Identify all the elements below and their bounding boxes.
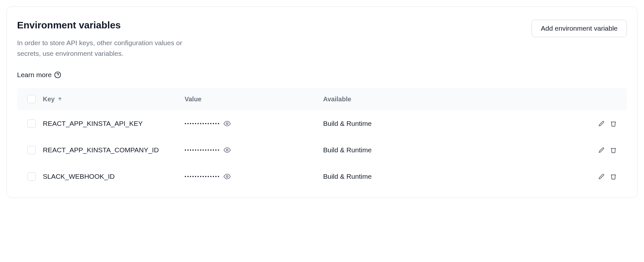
help-circle-icon [54, 71, 61, 78]
pencil-icon [599, 121, 604, 126]
learn-more-label: Learn more [17, 71, 52, 79]
row-value-cell: •••••••••••••• [185, 146, 323, 154]
row-available-cell: Build & Runtime [323, 146, 591, 154]
edit-button[interactable] [599, 147, 604, 153]
available-column-label: Available [323, 96, 351, 103]
svg-point-5 [226, 176, 228, 177]
table-row: SLACK_WEBHOOK_ID •••••••••••••• Build & … [17, 163, 627, 190]
sort-ascending-icon [57, 96, 62, 102]
value-column-header: Value [185, 96, 323, 103]
delete-button[interactable] [610, 120, 617, 127]
row-check-cell [27, 172, 43, 181]
row-available-cell: Build & Runtime [323, 173, 591, 180]
row-key-cell: REACT_APP_KINSTA_API_KEY [43, 120, 185, 127]
select-all-column [27, 95, 43, 103]
env-value-masked: •••••••••••••• [185, 121, 220, 126]
edit-button[interactable] [599, 174, 604, 179]
page-title: Environment variables [17, 20, 197, 31]
env-key: SLACK_WEBHOOK_ID [43, 173, 115, 180]
row-actions-cell [591, 173, 617, 180]
select-all-checkbox[interactable] [27, 95, 36, 103]
available-column-header: Available [323, 96, 591, 103]
eye-icon [224, 120, 231, 127]
row-actions-cell [591, 120, 617, 127]
delete-button[interactable] [610, 173, 617, 180]
env-key: REACT_APP_KINSTA_COMPANY_ID [43, 146, 159, 154]
svg-point-4 [226, 149, 228, 151]
row-key-cell: REACT_APP_KINSTA_COMPANY_ID [43, 146, 185, 154]
key-column-label: Key [43, 96, 55, 103]
eye-icon [224, 173, 231, 180]
header-left: Environment variables In order to store … [17, 20, 197, 59]
reveal-value-button[interactable] [224, 173, 231, 180]
edit-button[interactable] [599, 121, 604, 126]
row-value-cell: •••••••••••••• [185, 120, 323, 127]
row-actions-cell [591, 147, 617, 153]
row-check-cell [27, 119, 43, 128]
table-row: REACT_APP_KINSTA_COMPANY_ID ••••••••••••… [17, 137, 627, 163]
svg-point-3 [226, 123, 228, 125]
learn-more-link[interactable]: Learn more [17, 71, 61, 79]
value-column-label: Value [185, 96, 201, 103]
trash-icon [610, 120, 617, 127]
env-value-masked: •••••••••••••• [185, 147, 220, 153]
row-checkbox[interactable] [27, 119, 36, 128]
table-header-row: Key Value Available [17, 88, 627, 110]
row-check-cell [27, 146, 43, 154]
row-available-cell: Build & Runtime [323, 120, 591, 127]
eye-icon [224, 146, 231, 154]
row-checkbox[interactable] [27, 172, 36, 181]
row-value-cell: •••••••••••••• [185, 173, 323, 180]
env-variables-card: Environment variables In order to store … [6, 6, 638, 198]
row-checkbox[interactable] [27, 146, 36, 154]
reveal-value-button[interactable] [224, 120, 231, 127]
page-description: In order to store API keys, other config… [17, 38, 197, 59]
table-row: REACT_APP_KINSTA_API_KEY •••••••••••••• … [17, 110, 627, 137]
env-available: Build & Runtime [323, 146, 372, 154]
pencil-icon [599, 147, 604, 153]
add-environment-variable-button[interactable]: Add environment variable [532, 20, 627, 37]
env-available: Build & Runtime [323, 173, 372, 180]
env-value-masked: •••••••••••••• [185, 174, 220, 179]
row-key-cell: SLACK_WEBHOOK_ID [43, 173, 185, 180]
key-column-header[interactable]: Key [43, 96, 185, 103]
card-header: Environment variables In order to store … [17, 20, 627, 59]
trash-icon [610, 147, 617, 153]
delete-button[interactable] [610, 147, 617, 153]
env-key: REACT_APP_KINSTA_API_KEY [43, 120, 143, 127]
pencil-icon [599, 174, 604, 179]
env-available: Build & Runtime [323, 120, 372, 127]
trash-icon [610, 173, 617, 180]
reveal-value-button[interactable] [224, 146, 231, 154]
